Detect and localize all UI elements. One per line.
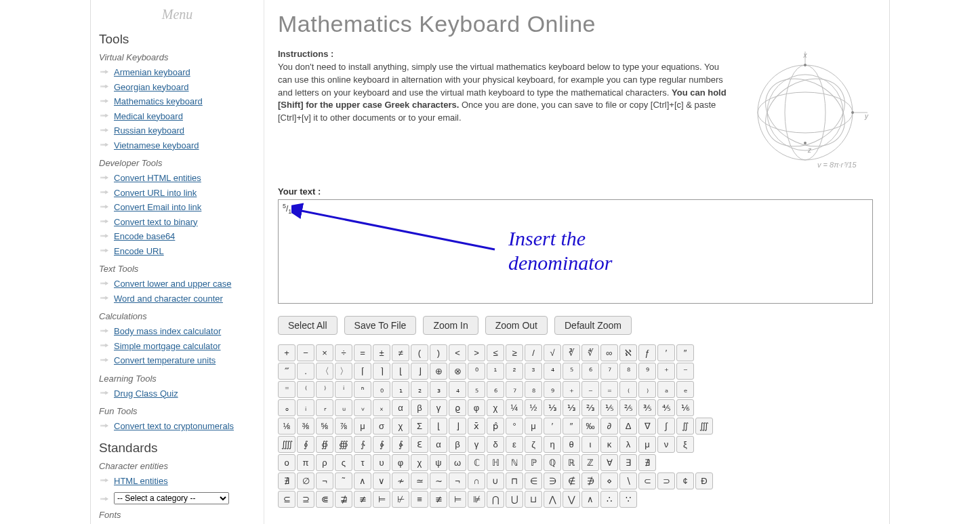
key[interactable]: ⁻ (676, 363, 694, 380)
key[interactable]: ⁱ (335, 381, 352, 398)
key[interactable]: ᵢ (297, 399, 314, 416)
key[interactable]: ∄ (278, 472, 295, 489)
key[interactable]: = (354, 344, 371, 361)
key[interactable]: ⁺ (657, 363, 675, 380)
key[interactable]: ₀ (373, 381, 390, 398)
key[interactable]: ₌ (600, 381, 618, 398)
key[interactable]: ⊗ (449, 363, 466, 380)
key[interactable]: ⊯ (468, 491, 485, 508)
sidebar-dev-link[interactable]: Encode URL (114, 246, 164, 256)
key[interactable]: ⅜ (297, 418, 314, 435)
key[interactable]: ₅ (468, 381, 485, 398)
key[interactable]: − (297, 344, 314, 361)
key[interactable]: ∼ (430, 472, 447, 489)
key[interactable]: ⌊ (430, 418, 447, 435)
key[interactable]: ⋁ (563, 491, 580, 508)
sidebar-vk-link[interactable]: Medical keyboard (114, 111, 183, 121)
key[interactable]: ς (335, 454, 352, 471)
sidebar-ce-link[interactable]: HTML entities (114, 476, 168, 486)
key[interactable]: p̂ (487, 418, 504, 435)
key[interactable]: / (525, 344, 542, 361)
key[interactable]: ÷ (335, 344, 352, 361)
key[interactable]: Δ (619, 418, 637, 435)
key[interactable]: ℇ (411, 436, 428, 453)
zoom-out-button[interactable]: Zoom Out (485, 316, 548, 335)
key[interactable]: ψ (430, 454, 447, 471)
key[interactable]: ⌋ (411, 363, 428, 380)
key[interactable]: > (468, 344, 485, 361)
key[interactable]: φ (468, 399, 485, 416)
key[interactable]: ∖ (619, 472, 637, 489)
key[interactable]: φ (392, 454, 409, 471)
key[interactable]: ° (506, 418, 523, 435)
key[interactable]: ⁹ (638, 363, 656, 380)
key[interactable]: ⅗ (638, 399, 656, 416)
key[interactable]: ⌈ (354, 363, 371, 380)
key[interactable]: ∭ (695, 418, 713, 435)
sidebar-fun-link[interactable]: Convert text to cryptonumerals (114, 421, 234, 431)
sidebar-vk-link[interactable]: Russian keyboard (114, 125, 184, 136)
key[interactable]: ⊆ (278, 491, 295, 508)
key[interactable]: ⅘ (657, 399, 675, 416)
key[interactable]: ⁰ (468, 363, 485, 380)
key[interactable]: ¬ (449, 472, 466, 489)
key[interactable]: ₄ (449, 381, 466, 398)
key[interactable]: ⁸ (619, 363, 637, 380)
key[interactable]: ₉ (544, 381, 561, 398)
key[interactable]: ₑ (676, 381, 694, 398)
key[interactable]: ⅞ (335, 418, 352, 435)
key[interactable]: ⌉ (373, 363, 390, 380)
key[interactable]: γ (430, 399, 447, 416)
key[interactable]: ∌ (581, 472, 599, 489)
key[interactable]: ι (581, 436, 599, 453)
key[interactable]: ₓ (373, 399, 390, 416)
key[interactable]: ₆ (487, 381, 504, 398)
key[interactable]: ℚ (544, 454, 561, 471)
zoom-in-button[interactable]: Zoom In (423, 316, 478, 335)
key[interactable]: ₊ (563, 381, 580, 398)
key[interactable]: ℵ (619, 344, 637, 361)
key[interactable]: Σ (411, 418, 428, 435)
key[interactable]: π (297, 454, 314, 471)
key[interactable]: ⊂ (638, 472, 656, 489)
key[interactable]: ⌋ (449, 418, 466, 435)
key[interactable]: ∂ (600, 418, 618, 435)
key[interactable]: ⁿ (354, 381, 371, 398)
key[interactable]: χ (392, 418, 409, 435)
key[interactable]: ρ (316, 454, 333, 471)
key[interactable]: ≢ (430, 491, 447, 508)
key[interactable]: ⋣ (335, 491, 352, 508)
key[interactable]: ″ (563, 418, 580, 435)
key[interactable]: ∄ (638, 454, 656, 471)
key[interactable]: ∮ (297, 436, 314, 453)
key[interactable]: ≢ (354, 491, 371, 508)
key[interactable]: ∋ (544, 472, 561, 489)
key[interactable]: ∧ (581, 491, 599, 508)
key[interactable]: ⁴ (544, 363, 561, 380)
key[interactable]: ∱ (354, 436, 371, 453)
key[interactable]: ∜ (581, 344, 599, 361)
key[interactable]: β (411, 399, 428, 416)
key[interactable]: κ (600, 436, 618, 453)
key[interactable]: μ (525, 418, 542, 435)
key[interactable]: α (392, 399, 409, 416)
key[interactable]: ⁽ (297, 381, 314, 398)
key[interactable]: ℕ (506, 454, 523, 471)
key[interactable]: ω (449, 454, 466, 471)
key[interactable]: ⁼ (278, 381, 295, 398)
key[interactable]: × (316, 344, 333, 361)
key[interactable]: ∇ (638, 418, 656, 435)
key[interactable]: ⁶ (581, 363, 599, 380)
key[interactable]: ∬ (676, 418, 694, 435)
key[interactable]: ∵ (619, 491, 637, 508)
key[interactable]: ⊇ (297, 491, 314, 508)
key[interactable]: υ (373, 454, 390, 471)
key[interactable]: ℍ (487, 454, 504, 471)
key[interactable]: ∀ (600, 454, 618, 471)
key[interactable]: ⊬ (392, 491, 409, 508)
key[interactable]: η (544, 436, 561, 453)
key[interactable]: ⁾ (316, 381, 333, 398)
key[interactable]: ᵣ (316, 399, 333, 416)
key[interactable]: ∯ (316, 436, 333, 453)
sidebar-vk-link[interactable]: Georgian keyboard (114, 82, 189, 92)
